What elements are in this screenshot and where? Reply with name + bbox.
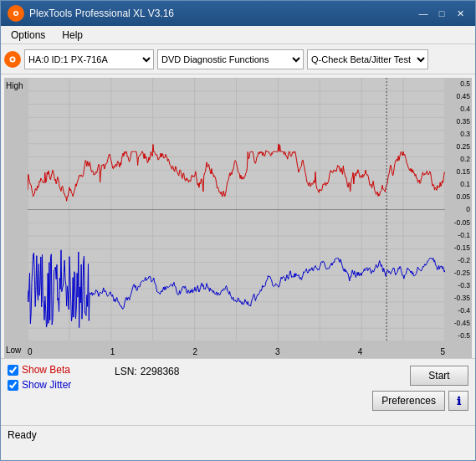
y-right-4: 0.3: [447, 130, 470, 138]
bottom-btn-row: Preferences ℹ: [372, 391, 468, 411]
y-label-high: High: [6, 81, 26, 90]
x-label-1: 1: [110, 347, 115, 356]
menu-options[interactable]: Options: [4, 28, 52, 43]
y-right-11: -0.05: [447, 218, 470, 227]
y-right-16: -0.3: [447, 281, 470, 289]
info-button[interactable]: ℹ: [448, 391, 468, 411]
show-beta-row: Show Beta: [8, 364, 108, 376]
right-buttons: Start Preferences ℹ: [372, 364, 468, 411]
y-right-1: 0.45: [447, 92, 470, 100]
show-jitter-row: Show Jitter: [8, 379, 108, 391]
y-right-17: -0.35: [447, 294, 470, 302]
y-right-0: 0.5: [447, 79, 470, 88]
bottom-panel: Show Beta Show Jitter LSN: 2298368 Start…: [1, 358, 475, 425]
app-icon: [8, 5, 24, 22]
y-right-8: 0.1: [447, 180, 470, 188]
lsn-value: 2298368: [141, 366, 180, 377]
y-label-low: Low: [6, 346, 26, 355]
maximize-button[interactable]: □: [433, 6, 450, 21]
svg-point-2: [15, 13, 18, 15]
y-right-5: 0.25: [447, 142, 470, 151]
checkboxes: Show Beta Show Jitter: [8, 364, 108, 391]
x-label-5: 5: [440, 347, 445, 356]
preferences-button[interactable]: Preferences: [372, 391, 445, 411]
y-right-20: -0.5: [447, 331, 470, 340]
title-controls: — □ ✕: [415, 6, 468, 21]
show-beta-label: Show Beta: [22, 364, 70, 376]
x-label-3: 3: [275, 347, 280, 356]
device-icon: [4, 51, 21, 68]
show-jitter-label: Show Jitter: [22, 379, 71, 391]
y-right-18: -0.4: [447, 306, 470, 315]
menu-help[interactable]: Help: [55, 28, 90, 43]
chart-area: High Low 0.5 0.45 0.4 0.35 0.3 0.25 0.2 …: [4, 78, 472, 358]
y-right-13: -0.15: [447, 243, 470, 252]
window-title: PlexTools Professional XL V3.16: [29, 8, 174, 19]
y-right-6: 0.2: [447, 155, 470, 163]
y-right-7: 0.15: [447, 167, 470, 176]
title-bar-left: PlexTools Professional XL V3.16: [8, 5, 174, 22]
lsn-label: LSN:: [115, 366, 137, 377]
chart-canvas: [28, 78, 445, 341]
minimize-button[interactable]: —: [415, 6, 432, 21]
status-text: Ready: [8, 429, 37, 441]
y-axis-labels-right: 0.5 0.45 0.4 0.35 0.3 0.25 0.2 0.15 0.1 …: [445, 78, 472, 341]
test-selector[interactable]: Q-Check Beta/Jitter Test: [307, 49, 428, 69]
y-axis-labels-left: High Low: [4, 78, 28, 358]
y-right-14: -0.2: [447, 256, 470, 264]
lsn-section: LSN: 2298368: [115, 364, 179, 377]
status-bar: Ready: [1, 425, 475, 443]
show-jitter-checkbox[interactable]: [8, 380, 18, 391]
y-right-15: -0.25: [447, 269, 470, 277]
toolbar: HA:0 ID:1 PX-716A DVD Diagnostic Functio…: [1, 44, 475, 74]
start-button[interactable]: Start: [410, 366, 468, 386]
show-beta-checkbox[interactable]: [8, 365, 18, 376]
svg-point-5: [11, 58, 14, 61]
x-label-0: 0: [28, 347, 33, 356]
y-right-12: -0.1: [447, 231, 470, 239]
device-selector[interactable]: HA:0 ID:1 PX-716A: [24, 49, 154, 69]
close-button[interactable]: ✕: [452, 6, 468, 21]
x-label-2: 2: [192, 347, 197, 356]
x-label-4: 4: [358, 347, 363, 356]
y-right-3: 0.35: [447, 117, 470, 125]
function-selector[interactable]: DVD Diagnostic Functions: [157, 49, 304, 69]
menu-bar: Options Help: [1, 26, 475, 44]
x-axis-labels: 0 1 2 3 4 5: [28, 347, 445, 356]
y-right-10: 0: [447, 205, 470, 213]
title-bar: PlexTools Professional XL V3.16 — □ ✕: [1, 1, 475, 26]
y-right-2: 0.4: [447, 105, 470, 113]
y-right-19: -0.45: [447, 319, 470, 327]
main-window: PlexTools Professional XL V3.16 — □ ✕ Op…: [0, 0, 476, 461]
y-right-9: 0.05: [447, 192, 470, 201]
